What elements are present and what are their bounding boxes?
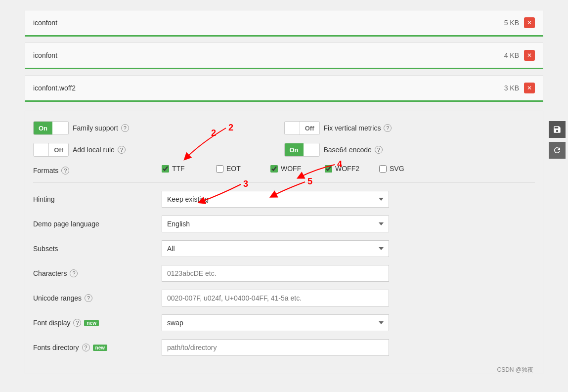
family-support-help-icon[interactable]: ?	[121, 124, 129, 132]
characters-input[interactable]	[162, 265, 389, 282]
col-base64: On Base64 encode ?	[284, 143, 535, 157]
row-unicode-ranges: Unicode ranges ?	[33, 290, 535, 306]
col-fix-vertical: Off Fix vertical metrics ?	[284, 121, 535, 135]
format-woff2-checkbox[interactable]	[325, 165, 332, 173]
toggle-on-label-family[interactable]: On	[34, 122, 52, 134]
toggle-off-label-vertical[interactable]: Off	[300, 122, 319, 134]
demo-language-control: English Chinese Arabic Russian	[162, 216, 535, 232]
row-font-display: Font display ? new swap auto block fallb…	[33, 314, 535, 331]
characters-control	[162, 265, 535, 282]
format-svg-checkbox[interactable]	[379, 165, 387, 173]
font-display-badge: new	[84, 320, 98, 326]
formats-controls: TTF EOT WOFF WOFF2	[162, 165, 535, 173]
toggle-on-label-base64[interactable]: On	[285, 143, 304, 156]
fonts-directory-input[interactable]	[162, 339, 389, 356]
hinting-control: Keep existing Remove Keep all	[162, 191, 535, 208]
formats-label: Formats ?	[33, 165, 162, 174]
remove-button-2[interactable]: ✕	[524, 50, 535, 61]
toggle-family-support[interactable]: On	[33, 121, 69, 135]
row-family-support: On Family support ? Off Fix ver	[33, 121, 535, 135]
svg-text:5: 5	[307, 177, 312, 186]
row-hinting: Hinting Keep existing Remove Keep all	[33, 191, 535, 208]
toggle-add-local-rule[interactable]: Off	[33, 143, 69, 157]
font-display-label: Font display ? new	[33, 319, 162, 327]
unicode-ranges-control	[162, 290, 535, 306]
characters-label: Characters ?	[33, 269, 162, 277]
unicode-ranges-help-icon[interactable]: ?	[85, 294, 92, 302]
svg-text:3: 3	[243, 179, 248, 189]
font-display-help-icon[interactable]: ?	[73, 319, 81, 327]
subsets-label: Subsets	[33, 245, 162, 253]
toggle-off-part-base64	[304, 143, 319, 156]
refresh-icon-button[interactable]	[549, 142, 566, 159]
file-size-2: 4 KB	[504, 51, 519, 59]
fonts-directory-badge: new	[93, 345, 107, 351]
row-fonts-directory: Fonts directory ? new	[33, 339, 535, 356]
characters-help-icon[interactable]: ?	[70, 269, 78, 277]
add-local-rule-label: Add local rule ?	[73, 146, 126, 154]
format-svg-label[interactable]: SVG	[379, 165, 419, 173]
add-local-rule-help-icon[interactable]: ?	[118, 146, 126, 154]
toggle-base64[interactable]: On	[284, 143, 320, 157]
file-size-1: 5 KB	[504, 19, 519, 27]
format-ttf-checkbox[interactable]	[162, 165, 169, 173]
fonts-directory-label: Fonts directory ? new	[33, 344, 162, 351]
unicode-ranges-input[interactable]	[162, 290, 389, 306]
row-characters: Characters ?	[33, 265, 535, 282]
fonts-directory-control	[162, 339, 535, 356]
unicode-ranges-label: Unicode ranges ?	[33, 294, 162, 302]
file-name-3: iconfont.woff2	[33, 84, 76, 92]
subsets-control: All Latin Cyrillic	[162, 240, 535, 257]
file-right-2: 4 KB ✕	[504, 50, 535, 61]
toggle-off-label-local[interactable]: Off	[48, 143, 68, 156]
file-size-3: 3 KB	[504, 84, 519, 92]
formats-section: Formats ? TTF EOT	[33, 165, 535, 174]
format-ttf-label[interactable]: TTF	[162, 165, 201, 173]
fix-vertical-label: Fix vertical metrics ?	[324, 124, 392, 132]
col-family-support: On Family support ?	[33, 121, 284, 135]
watermark: CSDN @独夜	[497, 366, 533, 374]
row-subsets: Subsets All Latin Cyrillic	[33, 240, 535, 257]
row-demo-language: Demo page language English Chinese Arabi…	[33, 216, 535, 232]
col-add-local-rule: Off Add local rule ?	[33, 143, 284, 157]
formats-help-icon[interactable]: ?	[61, 167, 69, 174]
toggle-off-part-family	[52, 122, 68, 134]
demo-language-label: Demo page language	[33, 220, 162, 228]
base64-label: Base64 encode ?	[324, 146, 383, 154]
hinting-label: Hinting	[33, 195, 162, 203]
font-display-select[interactable]: swap auto block fallback optional	[162, 314, 389, 331]
file-name-1: iconfont	[33, 19, 57, 27]
file-right-3: 3 KB ✕	[504, 83, 535, 93]
file-item-1: iconfont 5 KB ✕	[25, 10, 543, 37]
subsets-select[interactable]: All Latin Cyrillic	[162, 240, 389, 257]
font-display-control: swap auto block fallback optional	[162, 314, 535, 331]
file-right-1: 5 KB ✕	[504, 17, 535, 28]
format-woff-checkbox[interactable]	[270, 165, 278, 173]
hinting-select[interactable]: Keep existing Remove Keep all	[162, 191, 389, 208]
toggle-fix-vertical[interactable]: Off	[284, 121, 320, 135]
format-woff-label[interactable]: WOFF	[270, 165, 310, 173]
base64-help-icon[interactable]: ?	[375, 146, 383, 154]
demo-language-select[interactable]: English Chinese Arabic Russian	[162, 216, 389, 232]
format-woff2-label[interactable]: WOFF2	[325, 165, 364, 173]
file-name-2: iconfont	[33, 51, 57, 59]
format-eot-label[interactable]: EOT	[216, 165, 256, 173]
fonts-directory-help-icon[interactable]: ?	[82, 344, 90, 351]
file-item-3: iconfont.woff2 3 KB ✕	[25, 75, 543, 102]
settings-panel: On Family support ? Off Fix ver	[25, 111, 543, 374]
right-icons	[549, 121, 566, 159]
remove-button-3[interactable]: ✕	[524, 83, 535, 93]
remove-button-1[interactable]: ✕	[524, 17, 535, 28]
separator-1	[33, 182, 535, 183]
format-eot-checkbox[interactable]	[216, 165, 223, 173]
file-item-2: iconfont 4 KB ✕	[25, 43, 543, 69]
save-icon-button[interactable]	[549, 121, 566, 138]
row-add-local-rule: Off Add local rule ? On Base64 encode	[33, 143, 535, 157]
fix-vertical-help-icon[interactable]: ?	[384, 124, 392, 132]
family-support-label: Family support ?	[73, 124, 129, 132]
